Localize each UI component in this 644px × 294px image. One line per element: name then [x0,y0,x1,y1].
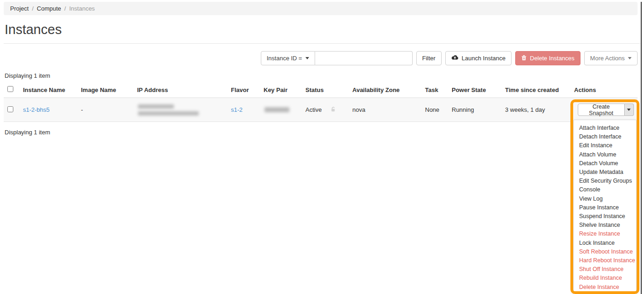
delete-instances-label: Delete Instances [530,55,575,62]
launch-instance-label: Launch Instance [462,55,506,62]
page-title: Instances [5,22,640,37]
window-edge [641,2,642,294]
caret-down-icon [628,57,632,59]
breadcrumb-compute[interactable]: Compute [37,5,61,12]
row-count-top: Displaying 1 item [5,72,640,79]
breadcrumb-separator: / [32,5,34,12]
availability-zone-cell: nova [349,98,421,122]
header-actions: Actions [570,82,638,98]
toolbar: Instance ID = Filter Launch Instance Del… [4,51,638,65]
more-actions-label: More Actions [590,55,625,62]
menu-item-attach-volume[interactable]: Attach Volume [574,150,636,159]
time-since-created-cell: 3 weeks, 1 day [501,98,570,122]
flavor-link[interactable]: s1-2 [231,106,242,113]
title-divider [4,43,640,44]
power-state-cell: Running [448,98,501,122]
image-name-cell: - [77,98,133,122]
breadcrumb-instances: Instances [69,5,95,12]
filter-input[interactable] [315,51,413,65]
row-checkbox[interactable] [7,106,13,112]
menu-item-delete-instance[interactable]: Delete Instance [574,283,636,292]
menu-item-pause-instance[interactable]: Pause Instance [574,203,636,212]
redacted-ip-line [138,104,174,109]
menu-item-hard-reboot-instance[interactable]: Hard Reboot Instance [574,256,636,265]
caret-down-icon [627,109,631,111]
menu-item-attach-interface[interactable]: Attach Interface [574,124,636,133]
menu-item-soft-reboot-instance[interactable]: Soft Reboot Instance [574,248,636,256]
menu-item-resize-instance[interactable]: Resize Instance [574,230,636,238]
header-availability-zone[interactable]: Availability Zone [349,82,421,98]
filter-field-dropdown[interactable]: Instance ID = [261,51,315,65]
delete-instances-button[interactable]: Delete Instances [515,51,581,65]
actions-cell: Create Snapshot Attach InterfaceDetach I… [570,98,638,122]
menu-item-shelve-instance[interactable]: Shelve Instance [574,221,636,230]
unlock-icon [330,107,336,114]
menu-item-shut-off-instance[interactable]: Shut Off Instance [574,265,636,274]
table-header-row: Instance Name Image Name IP Address Flav… [4,82,638,98]
menu-item-view-log[interactable]: View Log [574,195,636,203]
status-cell: Active [302,98,327,122]
ip-address-cell [133,98,227,122]
header-power-state[interactable]: Power State [448,82,501,98]
create-snapshot-split-button: Create Snapshot [578,104,634,116]
header-image-name[interactable]: Image Name [77,82,133,98]
redacted-key-pair [264,107,289,112]
breadcrumb: Project / Compute / Instances [4,2,638,15]
header-key-pair[interactable]: Key Pair [260,82,302,98]
instance-row: s1-2-bhs5 - s1-2 Active nova None [4,98,638,122]
header-lock-column [327,82,349,98]
more-actions-button[interactable]: More Actions [584,51,638,65]
cloud-upload-icon [451,55,459,62]
menu-item-rebuild-instance[interactable]: Rebuild Instance [574,274,636,282]
key-pair-cell [260,98,302,122]
menu-item-lock-instance[interactable]: Lock Instance [574,239,636,248]
menu-item-edit-instance[interactable]: Edit Instance [574,141,636,150]
breadcrumb-separator: / [64,5,66,12]
task-cell: None [421,98,448,122]
menu-item-suspend-instance[interactable]: Suspend Instance [574,212,636,221]
header-instance-name[interactable]: Instance Name [19,82,77,98]
menu-item-detach-interface[interactable]: Detach Interface [574,133,636,141]
menu-item-console[interactable]: Console [574,185,636,194]
menu-item-edit-security-groups[interactable]: Edit Security Groups [574,177,636,185]
menu-item-detach-volume[interactable]: Detach Volume [574,159,636,168]
lock-cell [327,98,349,122]
actions-dropdown-toggle[interactable] [625,104,634,116]
launch-instance-button[interactable]: Launch Instance [445,51,512,65]
breadcrumb-project[interactable]: Project [10,5,29,12]
filter-button[interactable]: Filter [416,51,442,65]
header-status[interactable]: Status [302,82,327,98]
actions-menu: Attach InterfaceDetach InterfaceEdit Ins… [573,120,637,294]
create-snapshot-button[interactable]: Create Snapshot [578,104,625,116]
select-all-checkbox[interactable] [7,86,13,92]
header-time-since-created[interactable]: Time since created [501,82,570,98]
header-flavor[interactable]: Flavor [227,82,260,98]
header-ip-address[interactable]: IP Address [133,82,227,98]
filter-field-label: Instance ID = [267,55,302,62]
instances-page: Project / Compute / Instances Instances … [0,2,644,294]
actions-wrap: Create Snapshot Attach InterfaceDetach I… [578,104,634,116]
row-count-bottom: Displaying 1 item [5,129,640,136]
redacted-ip-line [138,111,199,115]
caret-down-icon [305,57,309,59]
filter-group: Instance ID = [261,51,413,65]
instance-name-link[interactable]: s1-2-bhs5 [23,106,50,113]
instances-table: Instance Name Image Name IP Address Flav… [4,82,638,122]
trash-icon [521,55,527,62]
header-task[interactable]: Task [421,82,448,98]
menu-item-update-metadata[interactable]: Update Metadata [574,168,636,177]
